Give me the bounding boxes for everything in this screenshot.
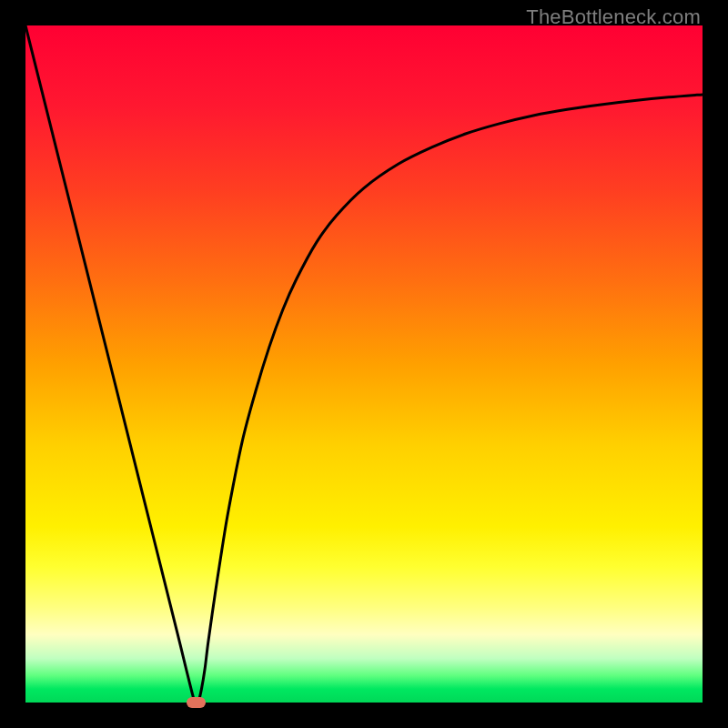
chart-container: TheBottleneck.com (0, 0, 728, 728)
minimum-marker (187, 697, 206, 708)
plot-area (25, 25, 703, 703)
curve-layer (25, 25, 703, 703)
bottleneck-curve (25, 25, 703, 703)
